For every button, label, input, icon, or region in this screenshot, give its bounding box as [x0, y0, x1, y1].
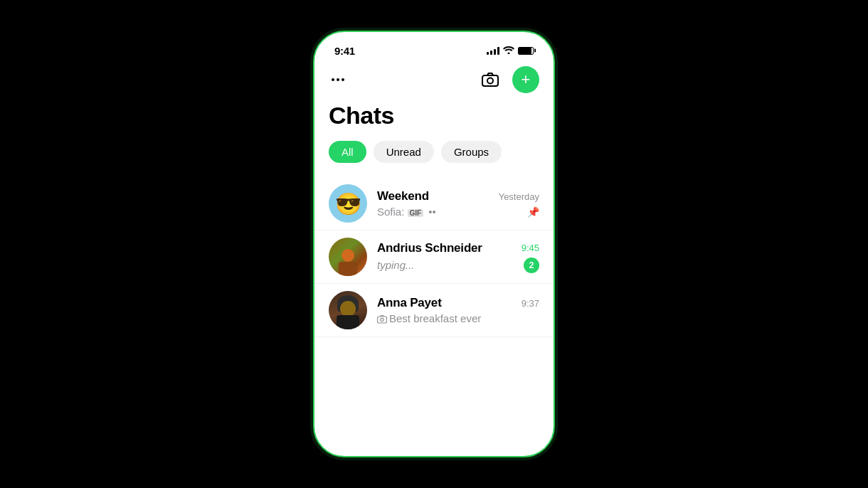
camera-button[interactable]	[477, 66, 504, 93]
chat-meta-weekend: 📌	[527, 206, 539, 218]
svg-rect-2	[378, 317, 387, 323]
chat-content-anna: Anna Payet 9:37 Best breakfast ever	[377, 296, 539, 324]
chat-name-weekend: Weekend	[377, 189, 429, 203]
phone-frame: 9:41	[313, 31, 555, 457]
chat-content-weekend: Weekend Yesterday Sofia: GIF •• 📌	[377, 189, 539, 218]
chat-header-weekend: Weekend Yesterday	[377, 189, 539, 203]
avatar-anna	[329, 291, 367, 329]
page-title-area: Chats	[314, 99, 554, 141]
new-chat-button[interactable]: +	[512, 66, 539, 93]
tab-all[interactable]: All	[329, 141, 366, 163]
status-bar: 9:41	[314, 32, 554, 63]
chat-item-weekend[interactable]: 😎 Weekend Yesterday Sofia: GIF •• 📌	[314, 177, 554, 230]
avatar-andrius	[329, 238, 367, 276]
menu-dots-button[interactable]	[329, 75, 347, 84]
chat-preview-text-anna: Best breakfast ever	[377, 312, 539, 324]
svg-point-3	[381, 318, 383, 321]
tab-unread[interactable]: Unread	[374, 141, 434, 163]
gif-badge: GIF	[408, 209, 424, 217]
tab-groups[interactable]: Groups	[441, 141, 502, 163]
filter-tabs: All Unread Groups	[314, 141, 554, 177]
chat-preview-andrius: typing... 2	[377, 258, 539, 273]
chat-meta-andrius: 2	[524, 258, 539, 273]
chat-header-andrius: Andrius Schneider 9:45	[377, 241, 539, 255]
chat-preview-text-andrius: typing...	[377, 259, 524, 271]
signal-icon	[487, 46, 499, 55]
battery-icon	[518, 47, 534, 55]
chat-list: 😎 Weekend Yesterday Sofia: GIF •• 📌	[314, 177, 554, 337]
anna-face	[340, 301, 356, 317]
top-actions: +	[477, 66, 539, 93]
pin-icon: 📌	[527, 206, 539, 218]
page-title: Chats	[329, 102, 539, 129]
chat-preview-text-weekend: Sofia: GIF ••	[377, 206, 527, 218]
chat-name-andrius: Andrius Schneider	[377, 241, 482, 255]
andrius-figure	[339, 249, 357, 276]
chat-content-andrius: Andrius Schneider 9:45 typing... 2	[377, 241, 539, 273]
status-time: 9:41	[334, 45, 355, 57]
wifi-icon	[503, 46, 514, 56]
chat-header-anna: Anna Payet 9:37	[377, 296, 539, 310]
chat-preview-anna: Best breakfast ever	[377, 312, 539, 324]
status-icons	[487, 46, 534, 56]
chat-time-andrius: 9:45	[522, 243, 539, 253]
chat-item-andrius[interactable]: Andrius Schneider 9:45 typing... 2	[314, 230, 554, 284]
chat-item-anna[interactable]: Anna Payet 9:37 Best breakfast ever	[314, 284, 554, 337]
camera-preview-icon	[377, 315, 387, 324]
anna-body	[337, 315, 359, 329]
chat-time-anna: 9:37	[522, 298, 539, 309]
chat-preview-weekend: Sofia: GIF •• 📌	[377, 206, 539, 218]
chat-time-weekend: Yesterday	[499, 191, 539, 202]
top-bar: +	[314, 63, 554, 99]
svg-rect-0	[482, 75, 498, 86]
phone-wrapper: 9:41	[313, 31, 555, 457]
svg-point-1	[487, 78, 493, 84]
chat-name-anna: Anna Payet	[377, 296, 442, 310]
unread-badge-andrius: 2	[524, 258, 539, 273]
avatar-weekend: 😎	[329, 184, 367, 223]
